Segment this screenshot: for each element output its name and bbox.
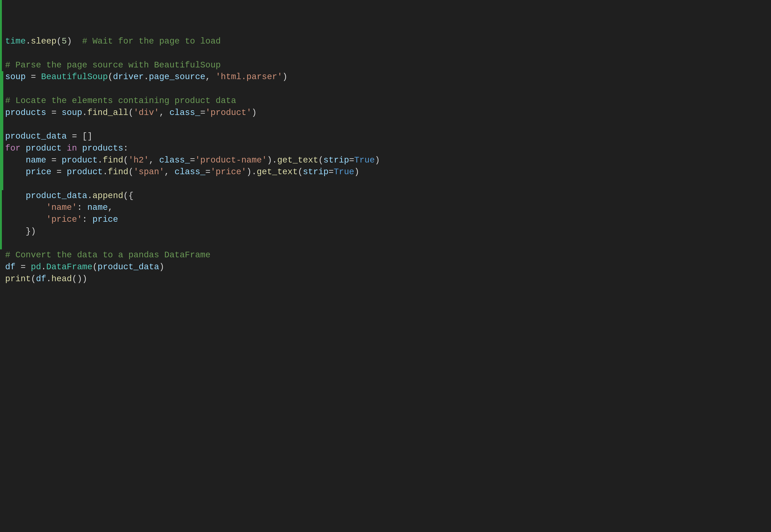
code-line[interactable]: # Locate the elements containing product…	[5, 95, 771, 107]
code-token: 'product'	[205, 108, 252, 118]
code-line[interactable]: })	[5, 226, 771, 238]
code-editor[interactable]: time.sleep(5) # Wait for the page to loa…	[0, 0, 771, 297]
code-line[interactable]: # Parse the page source with BeautifulSo…	[5, 59, 771, 71]
code-token: )	[67, 37, 82, 46]
code-line[interactable]: soup = BeautifulSoup(driver.page_source,…	[5, 71, 771, 83]
code-token: 'div'	[133, 108, 159, 118]
code-token: class_	[159, 155, 190, 165]
code-line[interactable]: price = product.find('span', class_='pri…	[5, 166, 771, 178]
code-line[interactable]	[5, 83, 771, 95]
code-token: print	[5, 274, 31, 284]
code-token: .	[41, 262, 46, 272]
code-token: )	[282, 72, 288, 82]
code-token: products	[5, 108, 51, 118]
code-token: True	[334, 167, 354, 177]
code-token: df	[36, 274, 46, 284]
code-token: in	[67, 144, 82, 153]
code-token: get_text	[277, 155, 318, 165]
code-token: .	[144, 72, 149, 82]
code-token: product	[67, 167, 103, 177]
code-token: class_	[174, 167, 205, 177]
code-token: ,	[164, 167, 174, 177]
code-area[interactable]: time.sleep(5) # Wait for the page to loa…	[0, 36, 771, 285]
code-token: .	[97, 155, 103, 165]
code-token: =	[205, 167, 211, 177]
code-token: 'h2'	[128, 155, 149, 165]
code-token: driver	[113, 72, 144, 82]
code-token: =	[200, 108, 205, 118]
code-token: ).	[247, 167, 257, 177]
code-token	[5, 203, 46, 212]
code-token: )	[159, 262, 164, 272]
code-token: )	[252, 108, 257, 118]
code-line[interactable]	[5, 238, 771, 250]
code-line[interactable]	[5, 178, 771, 190]
code-line[interactable]: 'name': name,	[5, 202, 771, 214]
code-token: (	[92, 262, 97, 272]
code-token: ,	[159, 108, 169, 118]
code-token	[5, 191, 26, 201]
code-token: ())	[72, 274, 87, 284]
code-token: (	[31, 274, 36, 284]
code-token: = []	[72, 132, 92, 141]
code-line[interactable]: products = soup.find_all('div', class_='…	[5, 107, 771, 119]
code-token: product_data	[26, 191, 87, 201]
code-token: for	[5, 144, 26, 153]
code-line[interactable]: 'price': price	[5, 214, 771, 226]
code-token: (	[56, 37, 62, 46]
code-token: product_data	[97, 262, 159, 272]
code-token: )	[354, 167, 360, 177]
code-line[interactable]: df = pd.DataFrame(product_data)	[5, 261, 771, 273]
code-line[interactable]: product_data = []	[5, 131, 771, 143]
code-token: find	[103, 155, 123, 165]
diff-added-marker	[0, 0, 2, 71]
code-line[interactable]: # Convert the data to a pandas DataFrame	[5, 249, 771, 261]
code-token: =	[349, 155, 354, 165]
code-token: 'name'	[46, 203, 77, 212]
code-token: (	[128, 108, 133, 118]
code-token: ({	[123, 191, 133, 201]
code-token: 5	[62, 37, 67, 46]
code-token: product	[62, 155, 97, 165]
code-token	[5, 167, 26, 177]
code-token: strip	[303, 167, 329, 177]
code-token: product_data	[5, 132, 72, 141]
code-line[interactable]	[5, 48, 771, 59]
code-token: =	[190, 155, 195, 165]
code-token: # Locate the elements containing product…	[5, 96, 236, 106]
code-token: 'html.parser'	[216, 72, 282, 82]
code-token: (	[128, 167, 133, 177]
code-token: =	[51, 108, 62, 118]
code-token: ,	[108, 203, 113, 212]
code-token: (	[108, 72, 113, 82]
code-token: find	[108, 167, 128, 177]
code-token: :	[77, 203, 87, 212]
code-line[interactable]: time.sleep(5) # Wait for the page to loa…	[5, 36, 771, 48]
code-line[interactable]: for product in products:	[5, 143, 771, 155]
code-token: =	[51, 155, 62, 165]
code-token: )	[375, 155, 380, 165]
code-line[interactable]: product_data.append({	[5, 190, 771, 202]
code-token: .	[87, 191, 92, 201]
code-token: head	[51, 274, 72, 284]
code-token: =	[31, 72, 41, 82]
code-token: get_text	[257, 167, 298, 177]
code-token: # Parse the page source with BeautifulSo…	[5, 60, 221, 70]
diff-added-marker	[0, 190, 2, 250]
code-token: name	[26, 155, 52, 165]
code-token: class_	[169, 108, 200, 118]
code-token: =	[329, 167, 334, 177]
code-token: (	[123, 155, 128, 165]
code-token: soup	[5, 72, 31, 82]
diff-gutter	[0, 0, 3, 297]
code-line[interactable]: name = product.find('h2', class_='produc…	[5, 155, 771, 166]
code-line[interactable]: print(df.head())	[5, 273, 771, 285]
code-token: pd	[31, 262, 41, 272]
code-token: :	[123, 144, 128, 153]
code-token: (	[318, 155, 323, 165]
code-line[interactable]	[5, 119, 771, 131]
code-token: =	[21, 262, 31, 272]
code-token: product	[26, 144, 67, 153]
code-token: sleep	[31, 37, 57, 46]
code-token: price	[92, 215, 118, 224]
